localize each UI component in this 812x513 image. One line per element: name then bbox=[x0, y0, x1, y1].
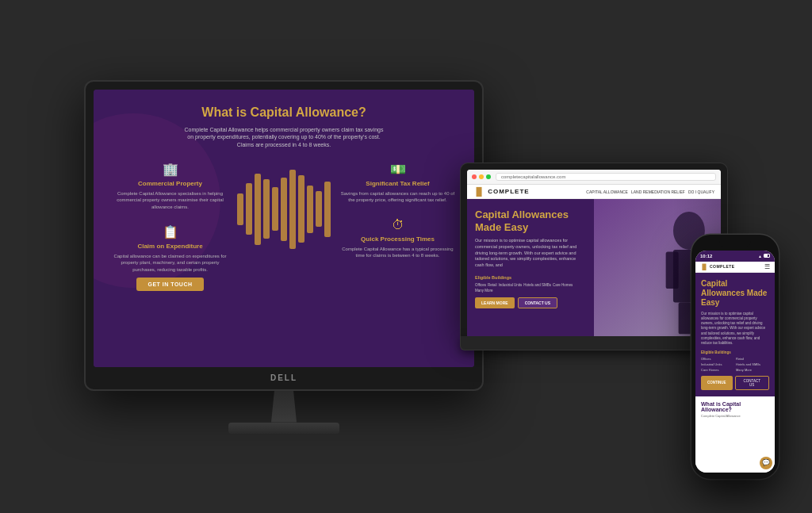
feature-commercial-title: Commercial Property bbox=[113, 180, 228, 187]
phone-tag-hotels: Hotels and SMBs bbox=[736, 362, 769, 366]
contact-us-button[interactable]: CONTACT US bbox=[518, 297, 557, 308]
browser-window-controls bbox=[472, 174, 491, 179]
monitor-bezel-bottom: DELL bbox=[94, 367, 474, 389]
hero-buttons: LEARN MORE CONTACT US bbox=[475, 297, 586, 308]
nav-logo: ▐▌ COMPLETE bbox=[473, 187, 530, 196]
monitor-features-right: 💵 Significant Tax Relief Savings from ca… bbox=[340, 162, 455, 259]
phone-eligible-badge: Eligible Buildings bbox=[701, 350, 769, 354]
monitor-features-grid: 🏢 Commercial Property Complete Capital A… bbox=[113, 162, 455, 291]
wave-bar bbox=[324, 182, 331, 237]
nav-qualify[interactable]: DO I QUALIFY bbox=[688, 190, 714, 194]
monitor-stand-base bbox=[228, 423, 339, 434]
phone-tag-offices: Offices bbox=[701, 357, 734, 361]
tag-hotels: Hotels and SMBs bbox=[523, 283, 551, 287]
battery-icon bbox=[764, 254, 770, 258]
phone-hero: Capital Allowances Made Easy Our mission… bbox=[695, 273, 775, 396]
feature-processing-title: Quick Processing Times bbox=[340, 235, 455, 243]
cta-button[interactable]: GET IN TOUCH bbox=[136, 278, 203, 291]
learn-more-button[interactable]: LEARN MORE bbox=[475, 297, 515, 308]
laptop: completecapitalallowance.com ▐▌ COMPLETE… bbox=[460, 163, 728, 350]
phone-tag-industrial: Industrial Units bbox=[701, 362, 734, 366]
close-dot[interactable] bbox=[472, 174, 477, 179]
feature-quick-processing: ⏱ Quick Processing Times Complete Capita… bbox=[340, 218, 455, 259]
monitor-subtitle: Complete Capital Allowance helps commerc… bbox=[181, 126, 387, 149]
monitor-screen-content: What is Capital Allowance? Complete Capi… bbox=[94, 90, 474, 367]
phone-status-icons: ▲ bbox=[758, 254, 770, 258]
phone-tag-retail: Retail bbox=[736, 357, 769, 361]
feature-commercial-property: 🏢 Commercial Property Complete Capital A… bbox=[113, 162, 228, 210]
chat-bubble-button[interactable]: 💬 bbox=[760, 457, 772, 469]
phone-continue-button[interactable]: CONTINUE bbox=[701, 376, 733, 390]
wave-bar bbox=[307, 186, 313, 233]
wave-bar bbox=[316, 191, 322, 227]
phone-nav-bar: ▐▌ COMPLETE ☰ bbox=[695, 262, 775, 273]
clipboard-icon: 📋 bbox=[113, 224, 228, 239]
phone-screen: 10:12 ▲ ▐▌ COMPLETE ☰ Capital A bbox=[695, 251, 775, 473]
timer-icon: ⏱ bbox=[340, 218, 455, 232]
nav-logo-text: COMPLETE bbox=[488, 188, 529, 195]
wave-bar bbox=[246, 183, 252, 235]
hero-title: Capital Allowances Made Easy bbox=[475, 209, 586, 233]
feature-commercial-desc: Complete Capital Allowance specialises i… bbox=[113, 190, 228, 210]
hamburger-icon[interactable]: ☰ bbox=[764, 263, 770, 270]
phone-tags: Offices Retail Industrial Units Hotels a… bbox=[701, 357, 769, 372]
laptop-browser: completecapitalallowance.com ▐▌ COMPLETE… bbox=[467, 170, 721, 336]
wave-bar bbox=[298, 175, 304, 243]
tag-retail: Retail bbox=[488, 283, 497, 287]
tag-many: Many More bbox=[475, 289, 493, 293]
phone-tag-care: Care Homes bbox=[701, 368, 734, 372]
hero-left-panel: Capital Allowances Made Easy Our mission… bbox=[467, 199, 594, 336]
money-icon: 💵 bbox=[340, 162, 455, 177]
nav-land-remediation[interactable]: LAND REMEDIATION RELIEF bbox=[631, 190, 685, 194]
tag-offices: Offices bbox=[475, 283, 486, 287]
logo-bars-icon: ▐▌ bbox=[473, 187, 485, 196]
phone-hero-buttons: CONTINUE CONTACT US bbox=[701, 376, 769, 390]
wave-bar bbox=[237, 193, 243, 225]
phone-notch bbox=[719, 241, 751, 247]
phone: 10:12 ▲ ▐▌ COMPLETE ☰ Capital A bbox=[691, 235, 779, 479]
feature-tax-title: Significant Tax Relief bbox=[340, 180, 455, 187]
hero-eligible-badge: Eligible Buildings bbox=[475, 275, 586, 280]
wave-bar bbox=[263, 179, 270, 239]
feature-claim-desc: Capital allowance can be claimed on expe… bbox=[113, 253, 228, 273]
browser-url-bar[interactable]: completecapitalallowance.com bbox=[496, 173, 716, 181]
phone-time: 10:12 bbox=[700, 254, 712, 258]
phone-hero-title: Capital Allowances Made Easy bbox=[701, 279, 769, 308]
phone-logo: ▐▌ COMPLETE bbox=[700, 264, 735, 270]
monitor-stand-neck bbox=[268, 391, 300, 423]
laptop-keyboard bbox=[460, 336, 728, 350]
monitor-brand: DELL bbox=[270, 373, 297, 382]
nav-links: CAPITAL ALLOWANCE LAND REMEDIATION RELIE… bbox=[586, 190, 714, 194]
wave-bar bbox=[281, 178, 287, 241]
feature-claim-expenditure: 📋 Claim on Expenditure Capital allowance… bbox=[113, 224, 228, 291]
phone-frame: 10:12 ▲ ▐▌ COMPLETE ☰ Capital A bbox=[691, 235, 779, 479]
browser-nav: ▐▌ COMPLETE CAPITAL ALLOWANCE LAND REMED… bbox=[467, 185, 721, 199]
tag-care: Care Homes bbox=[553, 283, 573, 287]
minimize-dot[interactable] bbox=[479, 174, 484, 179]
feature-tax-desc: Savings from capital allowances can reac… bbox=[340, 190, 455, 204]
phone-hero-desc: Our mission is to optimise capital allow… bbox=[701, 312, 769, 346]
maximize-dot[interactable] bbox=[486, 174, 491, 179]
hero-description: Our mission is to optimise capital allow… bbox=[475, 238, 586, 268]
feature-processing-desc: Complete Capital Allowance has a typical… bbox=[340, 246, 455, 259]
hero-tags: Offices Retail Industrial Units Hotels a… bbox=[475, 283, 586, 293]
monitor-features-left: 🏢 Commercial Property Complete Capital A… bbox=[113, 162, 228, 291]
wave-bar bbox=[272, 187, 278, 231]
monitor: What is Capital Allowance? Complete Capi… bbox=[84, 80, 484, 434]
laptop-screen: completecapitalallowance.com ▐▌ COMPLETE… bbox=[467, 170, 721, 336]
tag-industrial: Industrial Units bbox=[498, 283, 522, 287]
phone-logo-text: COMPLETE bbox=[710, 264, 735, 269]
laptop-frame: completecapitalallowance.com ▐▌ COMPLETE… bbox=[460, 163, 728, 336]
phone-tag-many: Many More bbox=[736, 368, 769, 372]
chat-icon: 💬 bbox=[762, 459, 770, 466]
nav-capital-allowance[interactable]: CAPITAL ALLOWANCE bbox=[586, 190, 628, 194]
phone-contact-button[interactable]: CONTACT US bbox=[735, 376, 770, 390]
wifi-icon: ▲ bbox=[758, 254, 762, 258]
building-icon: 🏢 bbox=[113, 162, 228, 177]
scene: What is Capital Allowance? Complete Capi… bbox=[10, 11, 802, 503]
monitor-main-title: What is Capital Allowance? bbox=[113, 105, 455, 120]
browser-toolbar: completecapitalallowance.com bbox=[467, 170, 721, 185]
phone-status-bar: 10:12 ▲ bbox=[695, 251, 775, 262]
feature-claim-title: Claim on Expenditure bbox=[113, 243, 228, 250]
waveform bbox=[234, 162, 334, 257]
